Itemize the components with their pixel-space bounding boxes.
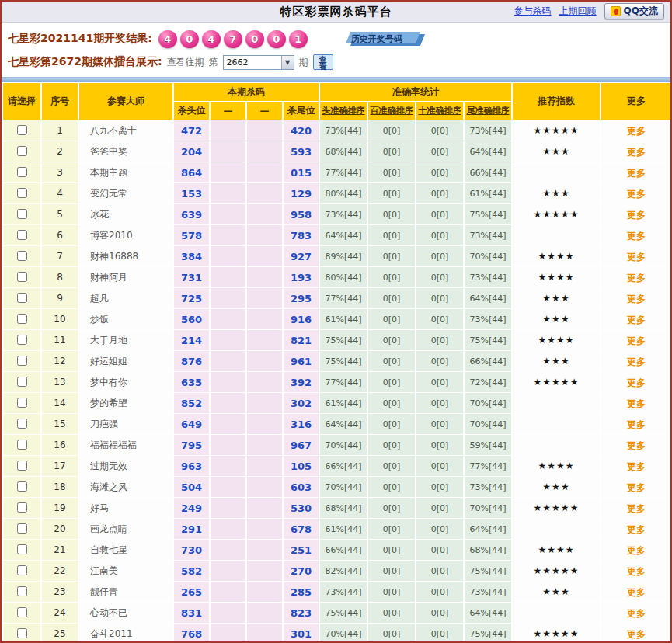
star-rating: ★★★ <box>513 288 600 308</box>
kill-mid-cell <box>247 540 282 560</box>
history-numbers-button[interactable]: 历史开奖号码 <box>348 32 423 47</box>
kill-mid-cell <box>247 414 282 434</box>
kill-mid-cell <box>247 351 282 371</box>
head-accuracy-value: 61%[44] <box>320 519 367 539</box>
more-link[interactable]: 更多 <box>627 231 646 242</box>
kill-tail-value: 916 <box>284 309 319 329</box>
more-cell: 更多 <box>601 288 671 308</box>
row-checkbox[interactable] <box>17 523 27 534</box>
stage-show-label: 七星彩第2672期媒体擂台展示: <box>8 55 162 69</box>
more-link[interactable]: 更多 <box>627 587 646 598</box>
header-row-groups: 请选择 序号 参赛大师 本期杀码 准确率统计 推荐指数 更多 <box>3 83 671 101</box>
more-link[interactable]: 更多 <box>627 566 646 577</box>
view-button[interactable]: 查看 <box>313 54 333 70</box>
master-name: 炒饭 <box>79 309 172 329</box>
more-link[interactable]: 更多 <box>627 273 646 283</box>
row-checkbox[interactable] <box>17 481 27 492</box>
row-checkbox[interactable] <box>17 272 27 282</box>
head-accuracy-value: 61%[44] <box>320 309 367 329</box>
more-link[interactable]: 更多 <box>627 210 646 221</box>
star-rating <box>513 414 600 434</box>
row-checkbox[interactable] <box>17 502 27 513</box>
kill-mid-cell <box>247 498 282 518</box>
kill-mid-cell <box>211 477 245 497</box>
star-rating <box>513 225 600 245</box>
kill-mid-cell <box>247 141 282 162</box>
more-link[interactable]: 更多 <box>627 503 646 514</box>
sort-tail-accuracy-link[interactable]: 尾准确排序 <box>465 102 511 120</box>
more-link[interactable]: 更多 <box>627 168 646 179</box>
row-checkbox[interactable] <box>17 586 27 596</box>
more-link[interactable]: 更多 <box>627 608 646 619</box>
hundred-accuracy-value: 0[0] <box>368 540 415 560</box>
more-link[interactable]: 更多 <box>627 482 646 493</box>
more-link[interactable]: 更多 <box>627 126 646 137</box>
hundred-accuracy-value: 0[0] <box>368 246 415 266</box>
head-accuracy-value: 77%[44] <box>320 372 367 392</box>
more-cell: 更多 <box>601 582 671 602</box>
table-row: 1 八九不离十 472 420 73%[44] 0[0] 0[0] 73%[44… <box>3 120 671 141</box>
row-checkbox[interactable] <box>17 314 27 324</box>
more-link[interactable]: 更多 <box>627 294 646 304</box>
sort-head-accuracy-link[interactable]: 头准确排序 <box>320 102 367 120</box>
row-checkbox[interactable] <box>17 461 27 471</box>
lottery-balls: 4047001 <box>158 30 308 48</box>
more-link[interactable]: 更多 <box>627 377 646 388</box>
row-checkbox[interactable] <box>17 146 27 156</box>
row-checkbox[interactable] <box>17 335 27 345</box>
more-cell: 更多 <box>601 309 671 329</box>
kill-mid-cell <box>247 330 282 350</box>
row-checkbox[interactable] <box>17 419 27 429</box>
join-killcode-link[interactable]: 参与杀码 <box>514 5 552 18</box>
star-rating: ★★★ <box>513 141 600 162</box>
tail-accuracy-value: 68%[44] <box>465 540 511 560</box>
more-link[interactable]: 更多 <box>627 315 646 325</box>
more-link[interactable]: 更多 <box>627 629 646 640</box>
row-checkbox[interactable] <box>17 356 27 366</box>
row-checkbox[interactable] <box>17 230 27 240</box>
last-period-review-link[interactable]: 上期回顾 <box>559 5 597 18</box>
row-checkbox[interactable] <box>17 188 27 198</box>
more-link[interactable]: 更多 <box>627 147 646 158</box>
more-link[interactable]: 更多 <box>627 189 646 200</box>
row-checkbox[interactable] <box>17 440 27 450</box>
row-checkbox[interactable] <box>17 565 27 575</box>
tail-accuracy-value: 70%[44] <box>465 498 511 518</box>
row-checkbox[interactable] <box>17 607 27 617</box>
more-link[interactable]: 更多 <box>627 545 646 556</box>
page: 特区彩票网杀码平台 参与杀码 上期回顾 QQ交流 七星彩2021141期开奖结果… <box>0 0 672 643</box>
table-row: 13 梦中有你 635 392 77%[44] 0[0] 0[0] 72%[44… <box>3 372 671 392</box>
kill-mid-cell <box>247 288 282 308</box>
more-link[interactable]: 更多 <box>627 461 646 472</box>
more-link[interactable]: 更多 <box>627 524 646 535</box>
row-checkbox[interactable] <box>17 209 27 219</box>
head-accuracy-value: 77%[44] <box>320 162 367 182</box>
row-checkbox[interactable] <box>17 293 27 303</box>
more-link[interactable]: 更多 <box>627 398 646 409</box>
more-link[interactable]: 更多 <box>627 252 646 262</box>
more-link[interactable]: 更多 <box>627 440 646 451</box>
star-rating: ★★★ <box>513 351 600 371</box>
period-select[interactable]: 2662 ▼ <box>223 55 294 70</box>
row-checkbox[interactable] <box>17 125 27 135</box>
qq-chat-button[interactable]: QQ交流 <box>604 3 664 19</box>
table-row: 9 超凡 725 295 77%[44] 0[0] 0[0] 64%[44] ★… <box>3 288 671 308</box>
more-link[interactable]: 更多 <box>627 356 646 367</box>
row-checkbox[interactable] <box>17 398 27 408</box>
sort-ten-accuracy-link[interactable]: 十准确排序 <box>416 102 463 120</box>
row-checkbox[interactable] <box>17 544 27 554</box>
row-checkbox[interactable] <box>17 628 27 638</box>
kill-head-value: 730 <box>174 540 209 560</box>
table-row: 7 财神16888 384 927 89%[44] 0[0] 0[0] 70%[… <box>3 246 671 266</box>
row-checkbox[interactable] <box>17 377 27 387</box>
hundred-accuracy-value: 0[0] <box>368 120 415 141</box>
kill-head-value: 560 <box>174 309 209 329</box>
row-checkbox[interactable] <box>17 251 27 261</box>
sort-hundred-accuracy-link[interactable]: 百准确排序 <box>368 102 415 120</box>
row-checkbox[interactable] <box>17 167 27 177</box>
more-link[interactable]: 更多 <box>627 335 646 346</box>
ten-accuracy-value: 0[0] <box>416 204 463 224</box>
row-number: 19 <box>42 498 78 518</box>
more-link[interactable]: 更多 <box>627 419 646 430</box>
head-accuracy-value: 75%[44] <box>320 330 367 350</box>
